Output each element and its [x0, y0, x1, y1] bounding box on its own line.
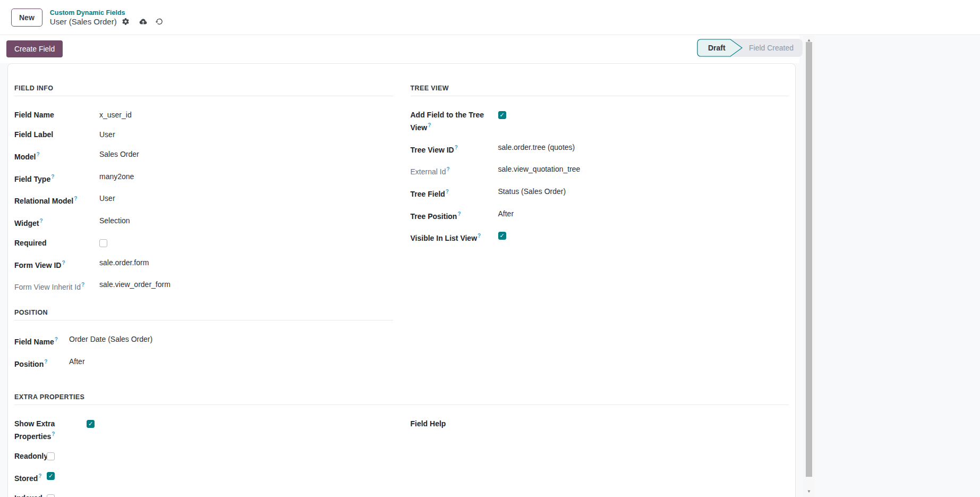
help-icon[interactable]: ? [446, 166, 449, 172]
form-row-external-id: External Id? sale.view_quotation_tree [411, 164, 789, 177]
vertical-scrollbar[interactable]: ▲ ▼ [803, 36, 815, 497]
form-row-stored: Stored? [14, 471, 393, 484]
help-icon[interactable]: ? [478, 233, 481, 239]
field-type-label: Field Type? [14, 172, 99, 184]
field-label-value[interactable]: User [99, 130, 115, 140]
form-row-required: Required [14, 238, 393, 248]
breadcrumb-current-title: User (Sales Order) [50, 17, 117, 26]
help-icon[interactable]: ? [74, 196, 77, 201]
show-extra-properties-checkbox[interactable] [87, 420, 95, 428]
visible-in-list-view-checkbox[interactable] [498, 232, 506, 240]
divider [411, 96, 789, 96]
create-field-button[interactable]: Create Field [6, 40, 63, 57]
tree-position-value[interactable]: After [498, 209, 514, 219]
widget-value[interactable]: Selection [99, 216, 130, 226]
form-row-field-help: Field Help [411, 419, 789, 429]
divider [14, 405, 789, 405]
field-help-label: Field Help [411, 419, 498, 429]
field-type-value[interactable]: many2one [99, 172, 134, 182]
section-title-tree-view: TREE VIEW [411, 85, 789, 92]
status-step-field-created[interactable]: Field Created [743, 39, 803, 57]
stored-checkbox[interactable] [47, 472, 55, 480]
form-row-form-view-id: Form View ID? sale.order.form [14, 258, 393, 271]
divider [14, 96, 393, 96]
indexed-checkbox[interactable] [47, 494, 55, 497]
breadcrumb-parent-link[interactable]: Custom Dynamic Fields [50, 9, 163, 16]
section-title-field-info: FIELD INFO [14, 85, 393, 92]
position-value[interactable]: After [69, 357, 85, 367]
form-row-visible-in-list-view: Visible In List View? [411, 231, 789, 243]
new-button[interactable]: New [11, 9, 42, 27]
readonly-checkbox[interactable] [47, 452, 55, 460]
external-id-value[interactable]: sale.view_quotation_tree [498, 164, 581, 174]
help-icon[interactable]: ? [36, 151, 39, 157]
right-column: TREE VIEW Add Field to the Tree View? Tr… [411, 85, 789, 378]
settings-gear-icon[interactable] [122, 18, 130, 26]
help-icon[interactable]: ? [55, 336, 58, 342]
readonly-label: Readonly [14, 451, 47, 461]
help-icon[interactable]: ? [62, 260, 65, 266]
tree-view-id-value[interactable]: sale.order.tree (quotes) [498, 142, 575, 153]
relational-model-label: Relational Model? [14, 193, 99, 206]
form-view-inherit-id-value[interactable]: sale.view_order_form [99, 280, 171, 290]
form-row-model: Model? Sales Order [14, 149, 393, 162]
action-strip: Create Field Draft Field Created [0, 36, 799, 63]
section-title-extra-properties: EXTRA PROPERTIES [14, 393, 789, 401]
model-value[interactable]: Sales Order [99, 149, 139, 159]
section-extra-properties: EXTRA PROPERTIES Show Extra Properties? … [14, 393, 789, 497]
scrollbar-thumb[interactable] [806, 42, 812, 477]
tree-view-id-label: Tree View ID? [411, 142, 498, 155]
form-row-form-view-inherit-id: Form View Inherit Id? sale.view_order_fo… [14, 280, 393, 292]
tree-field-label: Tree Field? [411, 187, 498, 199]
show-extra-properties-label: Show Extra Properties? [14, 419, 87, 442]
help-icon[interactable]: ? [455, 145, 458, 150]
section-title-position: POSITION [14, 309, 393, 316]
help-icon[interactable]: ? [51, 174, 54, 180]
help-icon[interactable]: ? [81, 282, 84, 288]
divider [14, 320, 393, 321]
scroll-down-icon[interactable]: ▼ [803, 488, 815, 495]
position-field-name-label: Field Name? [14, 334, 69, 347]
required-checkbox[interactable] [99, 239, 107, 247]
visible-in-list-view-label: Visible In List View? [411, 231, 498, 243]
breadcrumb-bar: New Custom Dynamic Fields User (Sales Or… [0, 0, 980, 35]
discard-undo-icon[interactable] [155, 18, 163, 26]
form-row-tree-field: Tree Field? Status (Sales Order) [411, 187, 789, 199]
form-row-position: Position? After [14, 357, 393, 369]
form-row-relational-model: Relational Model? User [14, 193, 393, 206]
help-icon[interactable]: ? [446, 189, 449, 195]
help-icon[interactable]: ? [457, 211, 461, 217]
help-icon[interactable]: ? [40, 218, 43, 224]
content-area: Create Field Draft Field Created FIELD I… [0, 36, 980, 497]
form-row-show-extra-properties: Show Extra Properties? [14, 419, 393, 442]
form-view-id-label: Form View ID? [14, 258, 99, 271]
app-window: New Custom Dynamic Fields User (Sales Or… [0, 0, 980, 497]
indexed-label: Indexed [14, 493, 47, 497]
form-row-readonly: Readonly [14, 451, 393, 461]
add-field-tree-view-label: Add Field to the Tree View? [411, 110, 498, 133]
form-row-widget: Widget? Selection [14, 216, 393, 229]
form-row-add-field-tree-view: Add Field to the Tree View? [411, 110, 789, 133]
field-label-label: Field Label [14, 130, 99, 140]
left-column: FIELD INFO Field Name x_user_id Field La… [14, 85, 393, 378]
status-step-draft[interactable]: Draft [697, 39, 743, 57]
form-view-id-value[interactable]: sale.order.form [99, 258, 149, 268]
help-icon[interactable]: ? [38, 473, 41, 479]
relational-model-value[interactable]: User [99, 193, 115, 204]
status-bar: Draft Field Created [697, 39, 803, 57]
form-row-indexed: Indexed [14, 493, 393, 497]
field-name-value[interactable]: x_user_id [99, 110, 132, 120]
breadcrumb: Custom Dynamic Fields User (Sales Order) [50, 9, 163, 26]
stored-label: Stored? [14, 471, 47, 484]
help-icon[interactable]: ? [428, 122, 431, 128]
help-icon[interactable]: ? [44, 359, 47, 365]
form-view-inherit-id-label: Form View Inherit Id? [14, 280, 99, 292]
save-cloud-upload-icon[interactable] [139, 18, 148, 26]
form-row-tree-view-id: Tree View ID? sale.order.tree (quotes) [411, 142, 789, 155]
form-row-field-label: Field Label User [14, 130, 393, 140]
position-field-name-value[interactable]: Order Date (Sales Order) [69, 334, 152, 344]
tree-field-value[interactable]: Status (Sales Order) [498, 187, 566, 197]
form-row-tree-position: Tree Position? After [411, 209, 789, 222]
help-icon[interactable]: ? [52, 431, 55, 437]
add-field-tree-view-checkbox[interactable] [498, 111, 506, 119]
